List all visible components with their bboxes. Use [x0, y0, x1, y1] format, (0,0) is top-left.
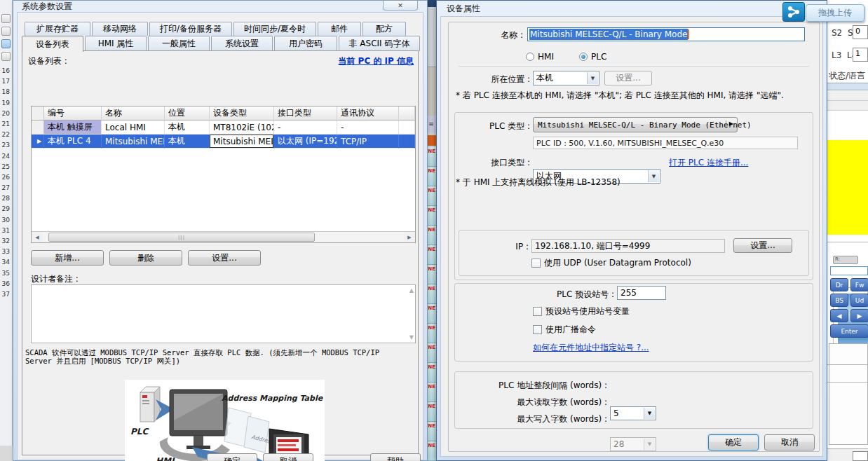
broadcast-label: 使用广播命令	[545, 324, 596, 336]
radio-plc-option[interactable]: PLC	[579, 52, 606, 62]
ok-button[interactable]: 确定	[708, 434, 759, 450]
cell-name: Local HMI	[102, 121, 165, 135]
keypad-button-fw[interactable]: Fw	[850, 278, 868, 291]
udp-checkbox[interactable]	[531, 259, 541, 268]
plc-manual-link[interactable]: 打开 PLC 连接手册...	[669, 157, 748, 169]
background-right-panel: S2 S3 0 L3 L4 1 状态/语言 R: DrFwBSUd◀▶Enter	[827, 0, 868, 461]
device-name-input[interactable]: Mitsubishi MELSEC-Q/L - Binary Mode	[527, 27, 805, 41]
broadcast-checkbox[interactable]	[533, 325, 542, 334]
tab-non-ascii-fonts[interactable]: 非 ASCII 码字体	[339, 36, 420, 51]
station-variable-checkbox-row[interactable]: 预设站号使用站号变量	[533, 305, 630, 317]
cell-name: Mitsubishi MEL...	[102, 135, 165, 149]
line-number: 22	[0, 130, 11, 140]
radio-hmi-option[interactable]: HMI	[526, 52, 554, 62]
background-selected-screen-highlight	[827, 140, 868, 235]
station-number-input[interactable]: 255	[617, 286, 666, 300]
ip-address-field[interactable]: 192.168.1.10, 端口号=4999	[531, 239, 725, 253]
designer-notes-textarea[interactable]: ▲ ▼	[31, 284, 416, 343]
table-row-selected[interactable]: ▶ 本机 PLC 4 Mitsubishi MEL... 本机 Mitsubis…	[32, 135, 415, 149]
cell-devtype: MT8102iE (102...	[210, 121, 274, 135]
add-device-button[interactable]: 新增...	[31, 250, 104, 266]
device-list-tab-panel: 设备列表 : 当前 PC 的 IP 信息 编号 名称 位置 设备类型 接口类型 …	[22, 50, 419, 455]
close-icon[interactable]: ✕	[383, 1, 418, 11]
current-pc-ip-link[interactable]: 当前 PC 的 IP 信息	[338, 55, 414, 67]
tab-general-properties[interactable]: 一般属性	[148, 36, 210, 51]
keypad-button-ud[interactable]: Ud	[850, 294, 868, 307]
tab-print-backup[interactable]: 打印/备份服务器	[149, 22, 232, 36]
library-item-new-badge: NE	[426, 304, 436, 324]
properties-outer-box: 名称 : Mitsubishi MELSEC-Q/L - Binary Mode…	[448, 22, 820, 452]
background-label-status-lang: 状态/语言	[829, 70, 865, 82]
cancel-button[interactable]: 取消	[764, 434, 815, 450]
radio-hmi-icon[interactable]	[526, 53, 534, 61]
col-header-devtype[interactable]: 设备类型	[210, 106, 274, 121]
tab-email[interactable]: 邮件	[318, 22, 361, 36]
col-header-no[interactable]: 编号	[44, 106, 102, 121]
tab-mobile-network[interactable]: 移动网络	[92, 22, 148, 36]
keypad-button-dr[interactable]: Dr	[830, 278, 848, 291]
background-toolbar-icon-selected	[1, 39, 11, 48]
help-button[interactable]: 帮助	[370, 453, 421, 461]
line-number: 26	[0, 172, 11, 183]
location-settings-button[interactable]: 设置...	[604, 71, 652, 85]
scroll-down-icon[interactable]: ▼	[409, 334, 414, 340]
keypad-button-◀[interactable]: ◀	[830, 309, 848, 322]
plc-type-button[interactable]: Mitsubishi MELSEC-Q/L - Binary Mode (Eth…	[533, 117, 738, 132]
max-write-label: 最大写入字数 (words) :	[477, 413, 607, 425]
tab-hmi-properties[interactable]: HMI 属性	[85, 36, 147, 51]
share-nodes-icon[interactable]	[782, 2, 805, 22]
cell-location: 本机	[165, 135, 210, 149]
keypad-input[interactable]	[830, 266, 868, 275]
keypad-button-enter[interactable]: Enter	[830, 324, 868, 338]
plc-type-value: Mitsubishi MELSEC-Q/L - Binary Mode (Eth…	[538, 121, 752, 130]
tab-user-password[interactable]: 用户密码	[274, 36, 337, 51]
chevron-down-icon[interactable]: ▼	[648, 170, 659, 182]
background-row	[827, 101, 868, 111]
dialog-title: 设备属性	[447, 3, 480, 15]
chevron-down-icon[interactable]: ▼	[644, 408, 655, 419]
tab-time-sync[interactable]: 时间同步/夏令时	[233, 22, 316, 36]
col-header-interface[interactable]: 接口类型	[274, 106, 337, 121]
device-settings-button[interactable]: 设置...	[188, 250, 261, 266]
tab-extended-memory[interactable]: 扩展存贮器	[25, 22, 90, 36]
udp-checkbox-row[interactable]: 使用 UDP (User Datagram Protocol)	[531, 257, 691, 269]
col-header-location[interactable]: 位置	[165, 106, 210, 121]
tab-system-settings[interactable]: 系统设置	[211, 36, 273, 51]
scroll-left-icon[interactable]: ◀	[32, 232, 43, 242]
expand-icon[interactable]: ▶	[726, 121, 733, 127]
row-selector	[32, 121, 44, 135]
drag-upload-button[interactable]: 拖拽上传	[806, 4, 864, 22]
tab-recipe[interactable]: 配方	[362, 22, 406, 36]
max-read-select[interactable]: 28 ▼	[610, 437, 656, 451]
cell-filler	[399, 135, 415, 149]
station-help-link[interactable]: 如何在元件地址中指定站号 ?...	[533, 342, 649, 354]
scroll-right-icon[interactable]: ▶	[404, 232, 415, 242]
keypad-button-bs[interactable]: BS	[830, 294, 848, 307]
scrollbar-thumb[interactable]: |||	[48, 233, 315, 242]
line-number: 21	[0, 119, 11, 130]
background-toolbar-sliver	[426, 67, 436, 116]
line-number: 31	[0, 226, 11, 236]
background-toolbar-icon	[1, 14, 11, 23]
scroll-up-icon[interactable]: ▲	[409, 287, 414, 294]
station-variable-checkbox[interactable]	[533, 307, 542, 316]
dialog-titlebar[interactable]: 系统参数设置	[13, 1, 427, 12]
radio-plc-icon[interactable]	[579, 53, 588, 61]
location-select[interactable]: 本机 ▼	[533, 71, 599, 85]
table-row[interactable]: 本机 触摸屏 Local HMI 本机 MT8102iE (102... - -	[32, 121, 415, 135]
dialog-titlebar[interactable]: 设备属性	[437, 1, 827, 16]
cell-no: 本机 触摸屏	[44, 121, 102, 135]
col-header-name[interactable]: 名称	[102, 106, 165, 121]
cancel-button[interactable]: 取消	[263, 453, 313, 461]
ok-button[interactable]: 确定	[207, 453, 257, 461]
chevron-down-icon[interactable]: ▼	[587, 72, 598, 84]
tab-device-list[interactable]: 设备列表	[22, 36, 83, 52]
horizontal-scrollbar[interactable]: ◀ ||| ▶	[32, 231, 415, 242]
interval-select[interactable]: 5 ▼	[610, 406, 656, 420]
delete-device-button[interactable]: 删除	[109, 250, 182, 266]
keypad-button-▶[interactable]: ▶	[850, 309, 868, 322]
ip-settings-button[interactable]: 设置...	[733, 238, 792, 253]
col-header-protocol[interactable]: 通讯协议	[337, 106, 399, 121]
broadcast-checkbox-row[interactable]: 使用广播命令	[533, 324, 596, 336]
cell-interface: -	[274, 121, 337, 135]
